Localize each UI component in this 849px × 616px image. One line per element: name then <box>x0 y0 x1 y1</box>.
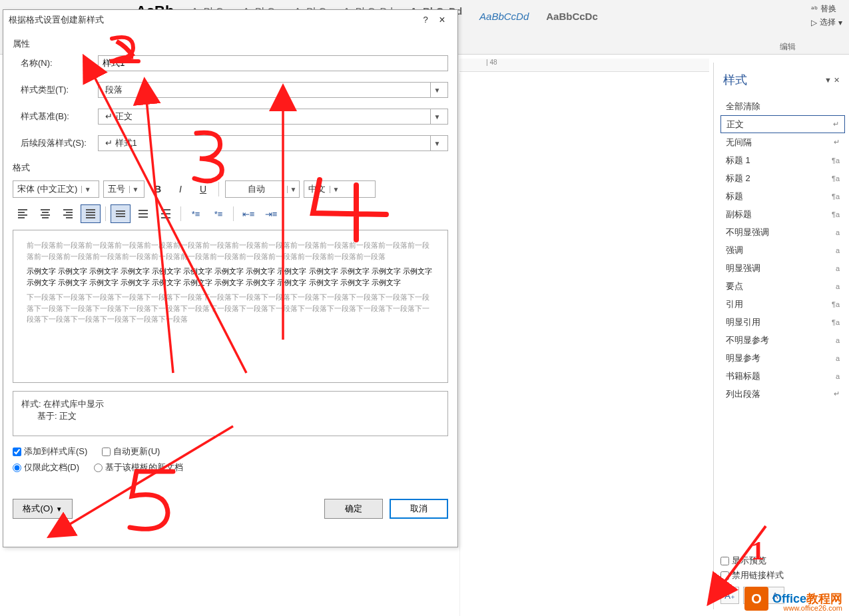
style-item-badge: a <box>836 264 840 272</box>
this-doc-only-radio[interactable]: 仅限此文档(D) <box>13 462 79 473</box>
help-button[interactable]: ? <box>419 10 432 30</box>
cancel-button[interactable]: 取消 <box>390 499 448 519</box>
style-item-badge: ¶a <box>832 156 840 164</box>
chevron-down-icon: ▼ <box>330 186 342 193</box>
section-properties: 属性 <box>13 38 448 50</box>
align-right-button[interactable] <box>58 204 78 223</box>
close-button[interactable]: × <box>432 10 452 30</box>
language-combo[interactable]: 中文▼ <box>304 180 376 198</box>
style-item-badge: a <box>836 336 840 344</box>
style-item-label: 标题 1 <box>726 154 750 166</box>
name-label: 名称(N): <box>13 57 98 69</box>
format-menu-button[interactable]: 格式(O)▼ <box>13 499 73 519</box>
space-before-dec-button[interactable]: *≡ <box>208 204 228 223</box>
style-item-badge: a <box>836 372 840 380</box>
style-list-item[interactable]: 标题 2¶a <box>720 169 845 187</box>
style-list-item[interactable]: 副标题¶a <box>720 205 845 223</box>
type-select[interactable]: 段落▼ <box>98 82 448 98</box>
style-list-item[interactable]: 引用¶a <box>720 295 845 313</box>
styles-pane: 样式▼ ✕ 全部清除正文↵无间隔↵标题 1¶a标题 2¶a标题¶a副标题¶a不明… <box>713 63 845 609</box>
style-list-item[interactable]: 标题¶a <box>720 187 845 205</box>
template-docs-radio[interactable]: 基于该模板的新文档 <box>94 462 183 473</box>
indent-decrease-button[interactable]: ⇤≡ <box>238 204 258 223</box>
chevron-down-icon: ▼ <box>430 109 443 124</box>
style-item-label: 明显引用 <box>726 316 760 328</box>
underline-button[interactable]: U <box>194 180 212 198</box>
style-item-badge: ¶a <box>832 318 840 326</box>
line-spacing-1-button[interactable] <box>111 204 131 223</box>
style-item-badge: a <box>836 228 840 236</box>
style-list-item[interactable]: 明显引用¶a <box>720 313 845 331</box>
style-list-item[interactable]: 全部清除 <box>720 97 845 115</box>
add-to-gallery-checkbox[interactable]: 添加到样式库(S) <box>13 446 87 458</box>
watermark-logo-icon: O <box>744 587 768 611</box>
style-item-badge: a <box>836 282 840 290</box>
line-spacing-2-button[interactable] <box>156 204 176 223</box>
styles-pane-title: 样式▼ ✕ <box>723 72 845 88</box>
style-item-label: 明显参考 <box>726 352 760 364</box>
style-list-item[interactable]: 明显参考a <box>720 349 845 367</box>
italic-button[interactable]: I <box>171 180 190 198</box>
style-list-item[interactable]: 不明显强调a <box>720 223 845 241</box>
disable-linked-checkbox[interactable]: 禁用链接样式 <box>720 569 840 581</box>
replace-button[interactable]: ᵃᵇ替换 <box>811 3 842 15</box>
style-item-label: 要点 <box>726 280 743 292</box>
chevron-down-icon: ▼ <box>287 186 299 193</box>
line-spacing-15-button[interactable] <box>133 204 153 223</box>
ribbon-editing-group: ᵃᵇ替换 ▷选择 ▾ <box>811 1 842 30</box>
next-select[interactable]: ↵ 样式1▼ <box>98 135 448 151</box>
style-item-badge: a <box>836 354 840 362</box>
styles-list: 全部清除正文↵无间隔↵标题 1¶a标题 2¶a标题¶a副标题¶a不明显强调a强调… <box>720 97 845 403</box>
new-style-button[interactable]: A₊ <box>720 587 739 604</box>
format-toolbar: 宋体 (中文正文)▼ 五号▼ B I U 自动▼ 中文▼ <box>13 180 448 198</box>
watermark: O Office教程网 www.office26.com <box>744 587 842 611</box>
align-center-button[interactable] <box>35 204 55 223</box>
style-list-item[interactable]: 标题 1¶a <box>720 151 845 169</box>
style-item-label: 书籍标题 <box>726 370 760 382</box>
style-list-item[interactable]: 明显强调a <box>720 259 845 277</box>
document-area[interactable] <box>459 73 709 616</box>
style-list-item[interactable]: 不明显参考a <box>720 331 845 349</box>
style-item-label: 正文 <box>726 119 744 131</box>
style-item-label: 明显强调 <box>726 262 760 274</box>
space-before-inc-button[interactable]: *≡ <box>186 204 206 223</box>
chevron-down-icon: ▼ <box>430 83 443 97</box>
align-justify-button[interactable] <box>81 204 101 223</box>
style-item-label: 标题 2 <box>726 172 750 184</box>
auto-update-checkbox[interactable]: 自动更新(U) <box>102 446 160 458</box>
create-style-dialog: 根据格式设置创建新样式 ? × 属性 名称(N): 样式类型(T): 段落▼ 样… <box>3 9 458 547</box>
style-preview: 前一段落前一段落前一段落前一段落前一段落前一段落前一段落前一段落前一段落前一段落… <box>13 230 448 383</box>
select-button[interactable]: ▷选择 ▾ <box>811 17 842 28</box>
style-list-item[interactable]: 正文↵ <box>720 115 845 133</box>
style-item-label: 列出段落 <box>726 388 760 400</box>
pane-options-button[interactable]: ▼ ✕ <box>824 76 840 85</box>
ok-button[interactable]: 确定 <box>324 499 383 519</box>
style-list-item[interactable]: 强调a <box>720 241 845 259</box>
chevron-down-icon: ▼ <box>129 186 141 193</box>
style-item-label: 标题 <box>726 190 743 202</box>
ruler: | 48 <box>459 59 709 72</box>
style-item-badge: ↵ <box>833 120 839 129</box>
name-input[interactable] <box>98 55 448 71</box>
style-item-badge: a <box>836 246 840 254</box>
style-item-badge: ↵ <box>834 390 840 398</box>
style-item-label: 强调 <box>726 244 743 256</box>
style-list-item[interactable]: 要点a <box>720 277 845 295</box>
style-tile[interactable]: AaBbCcDc <box>543 9 601 25</box>
bold-button[interactable]: B <box>148 180 167 198</box>
chevron-down-icon: ▼ <box>430 136 443 151</box>
indent-increase-button[interactable]: ⇥≡ <box>261 204 281 223</box>
style-list-item[interactable]: 列出段落↵ <box>720 385 845 403</box>
style-list-item[interactable]: 无间隔↵ <box>720 133 845 151</box>
style-description: 样式: 在样式库中显示 基于: 正文 <box>13 391 448 436</box>
style-tile[interactable]: AaBbCcDd <box>477 9 531 25</box>
font-name-combo[interactable]: 宋体 (中文正文)▼ <box>13 180 99 198</box>
font-size-combo[interactable]: 五号▼ <box>103 180 144 198</box>
font-color-combo[interactable]: 自动▼ <box>225 180 300 198</box>
align-left-button[interactable] <box>13 204 33 223</box>
show-preview-checkbox[interactable]: 显示预览 <box>720 555 840 567</box>
type-label: 样式类型(T): <box>13 84 98 96</box>
style-item-badge: ¶a <box>832 300 840 308</box>
style-list-item[interactable]: 书籍标题a <box>720 367 845 385</box>
base-select[interactable]: ↵ 正文▼ <box>98 109 448 125</box>
